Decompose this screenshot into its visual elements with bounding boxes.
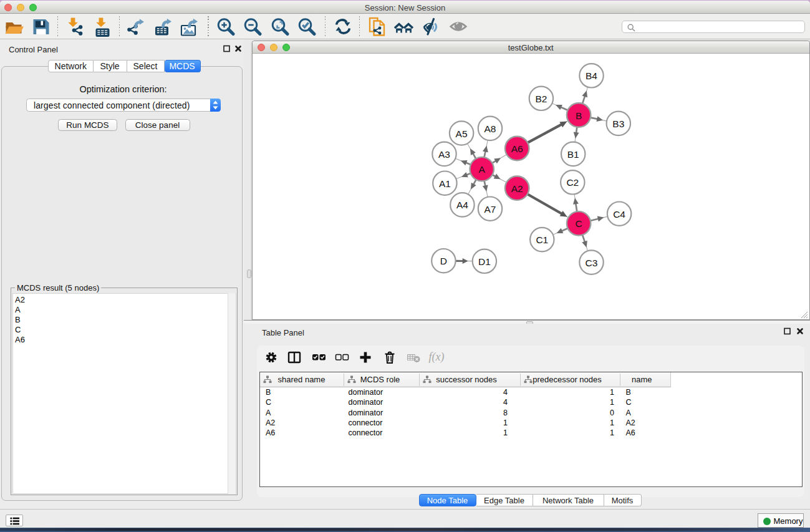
svg-text:B1: B1 [567, 149, 579, 160]
svg-text:B4: B4 [586, 70, 597, 81]
svg-text:C: C [575, 218, 582, 229]
svg-text:A8: A8 [484, 123, 496, 134]
svg-text:A4: A4 [456, 200, 468, 210]
svg-text:C4: C4 [613, 209, 625, 220]
svg-text:A6: A6 [511, 143, 523, 154]
svg-text:A5: A5 [455, 128, 467, 139]
svg-text:B2: B2 [535, 94, 547, 104]
svg-text:C3: C3 [585, 258, 597, 268]
svg-text:A2: A2 [511, 183, 523, 194]
svg-text:B3: B3 [612, 118, 624, 129]
svg-text:C2: C2 [566, 177, 579, 188]
svg-text:C1: C1 [536, 235, 548, 245]
svg-text:D1: D1 [478, 256, 490, 267]
svg-text:D: D [440, 256, 446, 266]
svg-text:A7: A7 [484, 204, 496, 215]
svg-text:A: A [478, 164, 485, 175]
svg-text:A1: A1 [438, 178, 450, 189]
svg-text:B: B [575, 110, 581, 121]
svg-text:A3: A3 [438, 149, 450, 160]
